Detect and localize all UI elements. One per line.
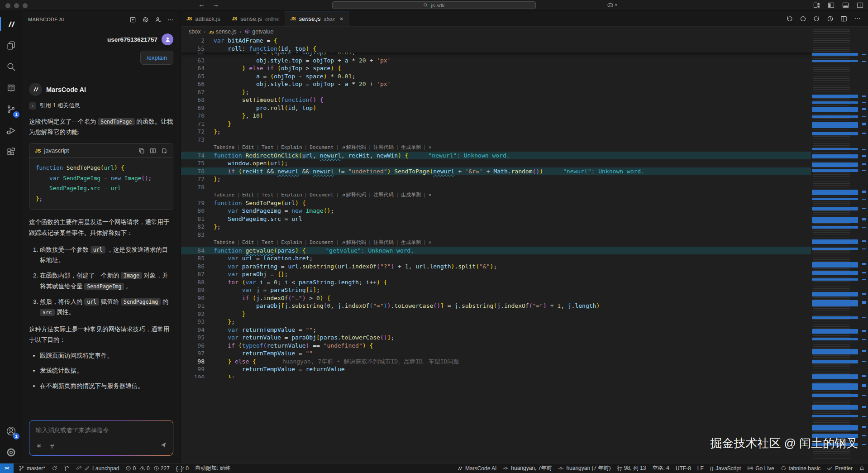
codelens-link[interactable]: Explain [281,239,302,247]
code-line-90[interactable]: 90 if (j.indexOf("=") > 0) { [181,294,868,302]
share-session-icon[interactable] [155,16,162,23]
code-line-87[interactable]: 87 var paraObj = {}; [181,270,868,278]
codelens-link[interactable]: Test [262,191,274,199]
status-encoding[interactable]: UTF-8 [672,463,694,473]
window-close-dot[interactable] [5,3,10,8]
status-go-live[interactable]: Go Live [744,463,777,473]
status-git-branch[interactable]: master* [15,463,48,473]
codelens-row[interactable]: Tabnine|Edit|Test|Explain|Document|解释代码|… [181,191,868,199]
split-editor-icon[interactable] [840,15,847,22]
code-line-79[interactable]: 79function SendToPage(url) { [181,199,868,207]
code-lines[interactable]: 62 a = (space - objTop) * 0.01;63 obj.st… [181,48,868,378]
code-line-86[interactable]: 86 var paraString = url.substring(url.in… [181,263,868,271]
code-line-65[interactable]: 65 a = (objTop - space) * 0.01; [181,72,868,81]
activity-marscode[interactable] [0,14,22,35]
code-line-80[interactable]: 80 var SendPageImg = new Image(); [181,207,868,215]
status-prettier[interactable]: Prettier [824,463,856,473]
toggle-secondary-sidebar-icon[interactable] [857,2,863,9]
code-line-63[interactable]: 63 obj.style.top = objTop + a * 20 + 'px… [181,57,868,65]
status-blame-author[interactable]: huangyan, 7年前 [500,463,555,473]
history-back-icon[interactable]: ← [198,0,205,8]
nav-forward-circle-icon[interactable] [813,15,820,22]
codelens-link[interactable]: Document [310,239,334,247]
code-line-55[interactable]: 55 roll: function(id, top) { [181,45,868,53]
status-problems[interactable]: 00227 [122,463,172,473]
code-line-74[interactable]: 74function RedirectOnClick(url, newurl, … [181,152,868,160]
code-line-88[interactable]: 88 for (var i = 0; i < paraString.length… [181,278,868,287]
codelens-row[interactable]: Tabnine|Edit|Test|Explain|Document|解释代码|… [181,239,868,247]
code-line-94[interactable]: 94 var returnTempValue = ""; [181,326,868,334]
codelens-link[interactable]: 注释代码 [373,143,393,152]
code-line-84[interactable]: 84function getvalue(paras) {"getvalue": … [181,247,868,255]
window-maximize-dot[interactable] [23,3,28,8]
status-remote-indicator[interactable]: >< [0,463,14,473]
minimap[interactable] [811,27,860,463]
editor-tab-sense-js[interactable]: JSsense.jssbox× [285,11,349,26]
code-line-93[interactable]: 93 }; [181,318,868,326]
more-actions-icon[interactable]: ⋯ [854,14,861,23]
codelens-link[interactable]: 生成单测 [401,239,421,247]
activity-docs[interactable] [0,77,22,99]
chat-input[interactable]: 输入消息或者"/"来选择指令 # [29,420,173,455]
toggle-primary-sidebar-icon[interactable] [828,2,835,9]
codelens-link[interactable]: Tabnine [214,191,234,199]
codelens-link[interactable]: 解释代码 [346,143,366,152]
code-line-75[interactable]: 75 window.open(url); [181,159,868,167]
customize-layout-icon[interactable] [813,2,820,9]
codelens-link[interactable]: Document [310,143,334,152]
activity-account[interactable]: 1 [0,420,22,442]
code-line-83[interactable]: 83 [181,231,868,239]
status-indentation[interactable]: 空格: 4 [649,463,672,473]
status-git-sync[interactable] [48,463,61,473]
status-blame-commit[interactable]: huangyan (7 年前) [555,463,614,473]
overview-ruler[interactable] [860,27,868,463]
diff-insert-icon[interactable] [150,148,156,154]
code-line-82[interactable]: 82}; [181,223,868,231]
status-notifications[interactable] [856,463,868,473]
new-chat-icon[interactable] [129,16,136,23]
editor-tab-sense-js[interactable]: JSsense.jsonline [226,11,285,26]
code-line-99[interactable]: 99 returnTempValue = returnValue [181,365,868,373]
status-marscode-status[interactable]: MarsCode AI [454,463,500,473]
codelens-row[interactable]: Tabnine|Edit|Test|Explain|Document|解释代码|… [181,143,868,152]
activity-run-debug[interactable] [0,120,22,141]
code-line-2[interactable]: 2var bitAdFrame = { [181,37,868,45]
code-line-68[interactable]: 68 setTimeout(function() { [181,96,868,104]
history-forward-icon[interactable]: → [212,0,219,8]
gear-icon[interactable] [142,16,149,23]
code-line-95[interactable]: 95 var returnValue = paraObj[paras.toLow… [181,334,868,342]
activity-search[interactable] [0,56,22,77]
codelens-link[interactable]: Edit [242,191,254,199]
code-line-100[interactable]: 100 }; [181,373,868,378]
code-line-91[interactable]: 91 paraObj[j.substring(0, j.indexOf("=")… [181,302,868,310]
breadcrumb[interactable]: sbox›JSsense.js›getvalue [181,27,868,37]
code-line-92[interactable]: 92 } [181,310,868,318]
insert-file-icon[interactable] [161,148,167,154]
reference-toggle[interactable]: › 引用 1 相关信息 [29,102,173,110]
codelens-link[interactable]: Edit [242,143,254,152]
send-message-icon[interactable] [160,442,167,450]
status-pull-request[interactable] [61,463,73,473]
window-controls[interactable] [5,3,28,8]
codelens-link[interactable]: 解释代码 [346,191,366,199]
activity-explorer[interactable] [0,35,22,56]
nav-back-circle-icon[interactable] [786,15,793,22]
codelens-close-icon[interactable]: × [429,143,432,152]
close-tab-icon[interactable]: × [340,15,343,22]
more-actions-icon[interactable]: ⋯ [167,16,174,23]
run-timeline-icon[interactable] [827,15,834,22]
code-line-97[interactable]: 97 returnTempValue = "" [181,349,868,358]
activity-settings[interactable] [0,442,22,463]
code-line-98[interactable]: 98 } else {huangyan, 7年前 • 解决获取不到城市ID、品牌… [181,358,868,366]
code-line-66[interactable]: 66 obj.style.top = objTop - a * 20 + 'px… [181,80,868,88]
editor-tab-adtrack-js[interactable]: JSadtrack.js [181,11,226,26]
code-editor[interactable]: 62 a = (space - objTop) * 0.01;63 obj.st… [181,37,868,463]
slash-commands-icon[interactable] [36,443,42,449]
status-language-mode[interactable]: {}JavaScript [707,463,744,473]
breadcrumb-item[interactable]: getvalue [244,29,273,35]
breadcrumb-item[interactable]: JSsense.js [209,29,236,35]
copy-icon[interactable] [138,148,145,154]
codelens-link[interactable]: 生成单测 [401,143,421,152]
codelens-link[interactable]: Tabnine [214,143,234,152]
codelens-link[interactable]: Tabnine [214,239,234,247]
